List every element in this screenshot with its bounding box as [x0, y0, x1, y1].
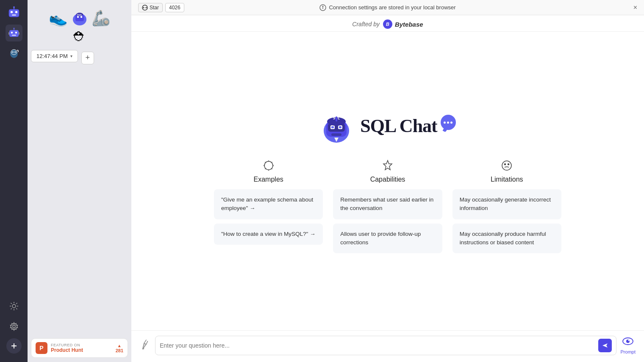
ph-count: ▲ 281 — [116, 343, 123, 353]
svg-line-27 — [16, 303, 17, 304]
sidebar-logo[interactable] — [6, 4, 22, 21]
bytebase-icon: B — [383, 19, 392, 29]
examples-icon — [214, 158, 323, 173]
bottom-bar: Prompt — [131, 330, 644, 362]
tab-row: 12:47:44 PM ▾ + — [31, 50, 128, 66]
svg-line-61 — [272, 169, 272, 169]
chat-dots — [444, 122, 452, 124]
chat-input[interactable] — [160, 342, 598, 349]
svg-line-63 — [265, 169, 266, 169]
prompt-eye-icon — [622, 337, 634, 348]
sidebar — [0, 0, 28, 362]
svg-point-19 — [15, 52, 16, 53]
svg-line-28 — [11, 308, 11, 309]
col-title-limitations: Limitations — [452, 176, 561, 183]
crafted-by-text: Crafted by — [352, 21, 380, 28]
capability-card-1: Remembers what user said earlier in the … — [333, 189, 442, 219]
hero: SQL SQL Chat — [319, 109, 456, 143]
github-area: Star 4026 — [138, 3, 184, 12]
ph-text: FEATURED ON Product Hunt — [51, 343, 83, 353]
panel-bottom: P FEATURED ON Product Hunt ▲ 281 — [31, 338, 128, 358]
current-tab[interactable]: 12:47:44 PM ▾ — [31, 50, 78, 62]
info-icon — [319, 4, 326, 11]
col-title-examples: Examples — [214, 176, 323, 183]
svg-point-69 — [628, 340, 630, 341]
capability-card-2: Allows user to provide follow-up correct… — [333, 224, 442, 254]
sidebar-item-sqlchat[interactable] — [6, 25, 22, 41]
topbar-info-text: Connection settings are stored in your l… — [329, 4, 455, 11]
sidebar-add-button[interactable] — [6, 338, 22, 354]
svg-point-18 — [12, 52, 13, 53]
crafted-by: Crafted by B Bytebase — [352, 19, 423, 29]
sidebar-item-theme[interactable] — [6, 298, 22, 315]
dot-1 — [444, 122, 446, 124]
limitations-icon — [452, 158, 561, 173]
svg-rect-12 — [8, 32, 9, 35]
svg-line-26 — [16, 308, 17, 309]
column-capabilities: Capabilities Remembers what user said ea… — [333, 158, 442, 253]
svg-rect-13 — [19, 32, 19, 35]
ph-name: Product Hunt — [51, 347, 83, 353]
panel-emoji-boot: 🦾 — [92, 9, 111, 27]
svg-point-64 — [502, 161, 511, 170]
svg-rect-49 — [331, 126, 334, 128]
github-star-label: Star — [150, 5, 159, 11]
limitation-card-2: May occasionally produce harmful instruc… — [452, 224, 561, 254]
svg-rect-1 — [11, 11, 13, 13]
prompt-button[interactable]: Prompt — [621, 337, 636, 354]
col-cards-capabilities: Remembers what user said earlier in the … — [333, 189, 442, 253]
panel: 👟 SQL 🦾 ⛑ 12:47:44 PM ▾ + — [28, 0, 131, 362]
svg-rect-53 — [336, 116, 337, 122]
example-card-1[interactable]: "Give me an example schema about employe… — [214, 189, 323, 219]
col-title-capabilities: Capabilities — [333, 176, 442, 183]
example-card-2[interactable]: "How to create a view in MySQL?" → — [214, 224, 323, 245]
col-header-capabilities: Capabilities — [333, 158, 442, 183]
input-area — [155, 336, 616, 355]
panel-robot-helmet: SQL — [70, 8, 89, 27]
svg-rect-54 — [331, 133, 341, 136]
send-button[interactable] — [598, 339, 612, 352]
dot-2 — [447, 122, 449, 124]
main-header: Crafted by B Bytebase — [131, 15, 644, 32]
col-header-limitations: Limitations — [452, 158, 561, 183]
col-header-examples: Examples — [214, 158, 323, 183]
column-limitations: Limitations May occasionally generate in… — [452, 158, 561, 253]
ph-number: 281 — [116, 348, 123, 353]
svg-rect-6 — [9, 30, 19, 37]
svg-point-11 — [13, 28, 14, 29]
limitation-card-1: May occasionally generate incorrect info… — [452, 189, 561, 219]
svg-rect-34 — [77, 16, 79, 18]
ph-featured-label: FEATURED ON — [51, 343, 83, 347]
bytebase-logo: B Bytebase — [383, 19, 423, 29]
github-star-button[interactable]: Star — [138, 3, 163, 12]
main-panel: Star 4026 Connection settings are stored… — [131, 0, 644, 362]
svg-point-43 — [323, 6, 324, 7]
add-tab-button[interactable]: + — [81, 52, 94, 64]
sidebar-item-settings[interactable] — [6, 318, 22, 335]
svg-rect-7 — [11, 32, 13, 33]
chat-bubble-icon — [441, 115, 456, 130]
svg-line-60 — [265, 162, 266, 163]
tab-time: 12:47:44 PM — [36, 53, 68, 59]
svg-point-29 — [13, 325, 15, 328]
topbar: Star 4026 Connection settings are stored… — [131, 0, 644, 15]
panel-emoji-shoe: 👟 — [49, 9, 68, 27]
clear-icon[interactable] — [138, 337, 153, 354]
bytebase-name: Bytebase — [395, 21, 423, 28]
capabilities-icon — [333, 158, 442, 173]
tab-chevron: ▾ — [70, 54, 72, 58]
col-cards-examples: "Give me an example schema about employe… — [214, 189, 323, 245]
three-columns: Examples "Give me an example schema abou… — [214, 158, 561, 253]
close-button[interactable]: × — [633, 4, 637, 11]
panel-logo-area: 👟 SQL 🦾 ⛑ — [31, 4, 128, 50]
svg-rect-2 — [15, 11, 17, 13]
sidebar-item-postgres[interactable] — [6, 45, 22, 62]
product-hunt-badge[interactable]: P FEATURED ON Product Hunt ▲ 281 — [31, 338, 128, 358]
prompt-label: Prompt — [621, 349, 636, 354]
svg-rect-0 — [9, 9, 19, 17]
col-cards-limitations: May occasionally generate incorrect info… — [452, 189, 561, 253]
svg-rect-50 — [339, 126, 341, 128]
ph-arrow: ▲ — [117, 343, 122, 348]
dot-3 — [450, 122, 452, 124]
hero-title-text: SQL Chat — [360, 115, 437, 137]
